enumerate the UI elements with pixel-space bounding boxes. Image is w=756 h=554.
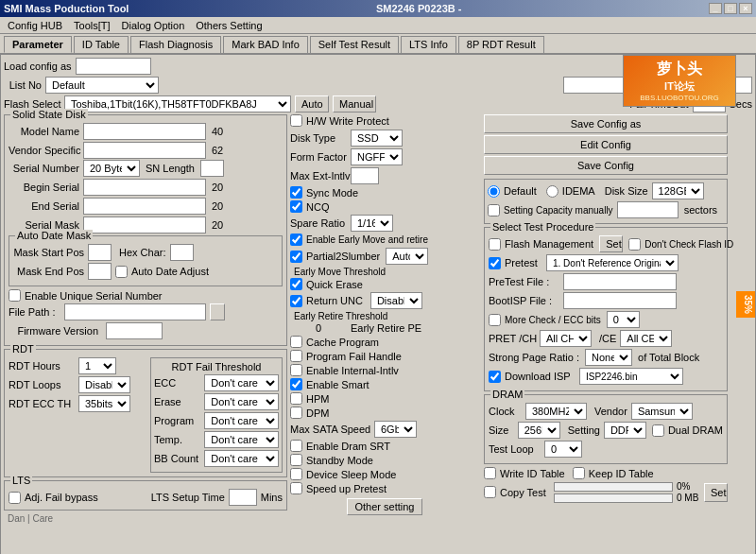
set-button[interactable]: Set xyxy=(599,235,623,252)
quick-erase-checkbox[interactable] xyxy=(290,278,302,290)
list-no-select[interactable]: Default xyxy=(45,77,159,94)
partial2slumber-checkbox[interactable] xyxy=(290,251,302,263)
tab-id-table[interactable]: ID Table xyxy=(74,36,129,53)
strong-page-ratio-select[interactable]: None xyxy=(585,349,632,366)
maximize-button[interactable]: □ xyxy=(724,3,737,14)
rdt-loops-select[interactable]: Disable xyxy=(78,376,130,393)
enable-smart-checkbox[interactable] xyxy=(290,378,302,390)
spare-ratio-select[interactable]: 1/16 xyxy=(351,215,393,232)
program-fail-handle-checkbox[interactable] xyxy=(290,350,302,362)
vendor-specific-input[interactable]: FEI666888 xyxy=(83,142,206,159)
other-setting-button[interactable]: Other setting xyxy=(347,498,422,515)
flash-select-dropdown[interactable]: Toshiba,1Tbit(16K),TH58TFT0DFKBA8J xyxy=(64,95,291,113)
sn-length-input[interactable]: 20 xyxy=(200,160,224,177)
firmware-version-input[interactable]: P0223B xyxy=(106,322,163,339)
dpm-checkbox[interactable] xyxy=(290,407,302,419)
enable-early-move-checkbox[interactable] xyxy=(290,234,302,246)
vendor-select[interactable]: Samsung xyxy=(631,403,693,420)
adj-fail-bypass-checkbox[interactable] xyxy=(9,492,21,504)
speed-up-pretest-checkbox[interactable] xyxy=(290,482,302,494)
hw-write-protect-checkbox[interactable] xyxy=(290,114,302,127)
serial-mask-input[interactable]: AA############## xyxy=(83,216,206,234)
serial-number-bytes[interactable]: 20 Bytes xyxy=(83,160,140,177)
tab-parameter[interactable]: Parameter xyxy=(4,36,72,53)
file-path-input[interactable] xyxy=(64,303,206,320)
early-retire-threshold-select[interactable]: Disable xyxy=(370,292,422,309)
temp-select[interactable]: Don't care xyxy=(204,431,279,448)
pretest-select[interactable]: 1. Don't Reference Original Bad xyxy=(546,254,679,271)
menu-config-hub[interactable]: Config HUB xyxy=(2,19,68,32)
end-serial-input[interactable]: AA9999999999999999999 xyxy=(83,198,206,215)
lts-setup-time-input[interactable]: 70 xyxy=(229,489,257,506)
clock-select[interactable]: 380MHZ xyxy=(525,403,587,420)
program-select[interactable]: Don't care xyxy=(204,412,279,429)
keep-id-table-checkbox[interactable] xyxy=(573,467,585,479)
setting-select[interactable]: DDR3 xyxy=(604,422,646,439)
form-factor-select[interactable]: NGFF xyxy=(351,148,403,165)
save-config-button[interactable]: Save Config xyxy=(484,156,728,175)
rdt-ecc-th-select[interactable]: 35bits xyxy=(78,395,130,412)
save-config-as-button[interactable]: Save Config as xyxy=(484,114,728,133)
dual-dram-checkbox[interactable] xyxy=(652,424,664,437)
manual-button[interactable]: Manual xyxy=(333,95,376,113)
menu-dialog-option[interactable]: Dialog Option xyxy=(116,19,191,32)
model-name-input[interactable]: FEI_SSD_128G xyxy=(83,123,206,140)
copy-test-checkbox[interactable] xyxy=(484,486,496,498)
ecc-select[interactable]: Don't care xyxy=(204,374,279,391)
tab-flash-diagnosis[interactable]: Flash Diagnosis xyxy=(130,36,221,53)
bb-count-select[interactable]: Don't care xyxy=(204,450,279,467)
idema-radio[interactable] xyxy=(546,185,558,198)
max-ext-intlv-input[interactable]: 8 xyxy=(351,167,379,184)
tab-8p-rdt-result[interactable]: 8P RDT Result xyxy=(458,36,544,53)
early-move-threshold-select[interactable]: Auto xyxy=(386,248,428,265)
default-radio[interactable] xyxy=(488,185,500,198)
pretest-checkbox[interactable] xyxy=(489,257,501,269)
tab-lts-info[interactable]: LTS Info xyxy=(401,36,456,53)
disk-type-select[interactable]: SSD xyxy=(351,130,403,147)
write-id-table-checkbox[interactable] xyxy=(484,467,496,479)
size-select[interactable]: 256M xyxy=(518,422,560,439)
boot-isp-file-input[interactable]: BootISP2246.bin xyxy=(563,292,677,309)
hpm-checkbox[interactable] xyxy=(290,392,302,405)
return-unc-checkbox[interactable] xyxy=(290,295,302,307)
auto-date-adjust-checkbox[interactable] xyxy=(115,266,128,278)
file-path-browse-button[interactable] xyxy=(210,303,225,320)
enable-internal-intlv-checkbox[interactable] xyxy=(290,364,302,376)
max-sata-speed-select[interactable]: 6Gb xyxy=(374,421,417,438)
enable-unique-serial-checkbox[interactable] xyxy=(9,289,21,302)
menu-tools[interactable]: Tools[T] xyxy=(68,19,116,32)
standby-mode-checkbox[interactable] xyxy=(290,454,302,466)
begin-serial-input[interactable]: AA000000000000001674 xyxy=(83,179,206,196)
tab-mark-bad-info[interactable]: Mark BAD Info xyxy=(223,36,308,53)
dont-check-flash-id-checkbox[interactable] xyxy=(628,238,641,251)
test-loop-select[interactable]: 0 xyxy=(544,441,582,458)
hex-char-input[interactable] xyxy=(170,244,194,261)
close-button[interactable]: × xyxy=(739,3,752,14)
pretest-file-input[interactable]: PTEST2246.bin xyxy=(563,273,677,290)
cache-program-checkbox[interactable] xyxy=(290,336,302,348)
edit-config-button[interactable]: Edit Config xyxy=(484,135,728,154)
minimize-button[interactable]: _ xyxy=(709,3,722,14)
load-config-input[interactable] xyxy=(76,58,151,75)
setting-capacity-checkbox[interactable] xyxy=(488,204,500,216)
auto-button[interactable]: Auto xyxy=(295,95,329,113)
bottom-set-button[interactable]: Set xyxy=(704,483,728,502)
erase-select[interactable]: Don't care xyxy=(204,393,279,410)
ce-select[interactable]: All CE xyxy=(620,330,672,347)
flash-management-checkbox[interactable] xyxy=(489,238,501,251)
more-check-ecc-select[interactable]: 0 xyxy=(607,311,640,328)
tab-self-test-result[interactable]: Self Test Result xyxy=(310,36,399,53)
menu-others-setting[interactable]: Others Setting xyxy=(190,19,267,32)
rdt-hours-select[interactable]: 1 xyxy=(78,357,116,374)
download-isp-checkbox[interactable] xyxy=(489,371,501,383)
mask-start-pos-input[interactable]: 3 xyxy=(88,244,112,261)
setting-capacity-input[interactable]: 400000000 xyxy=(617,201,679,218)
more-check-ecc-checkbox[interactable] xyxy=(489,314,501,326)
disk-size-select[interactable]: 128GB xyxy=(652,182,704,199)
device-sleep-mode-checkbox[interactable] xyxy=(290,468,302,480)
ncq-checkbox[interactable] xyxy=(290,200,302,213)
download-isp-select[interactable]: ISP2246.bin xyxy=(579,368,683,385)
mask-end-pos-input[interactable]: 10 xyxy=(88,263,112,280)
enable-dram-srt-checkbox[interactable] xyxy=(290,440,302,452)
sync-mode-checkbox[interactable] xyxy=(290,186,302,199)
